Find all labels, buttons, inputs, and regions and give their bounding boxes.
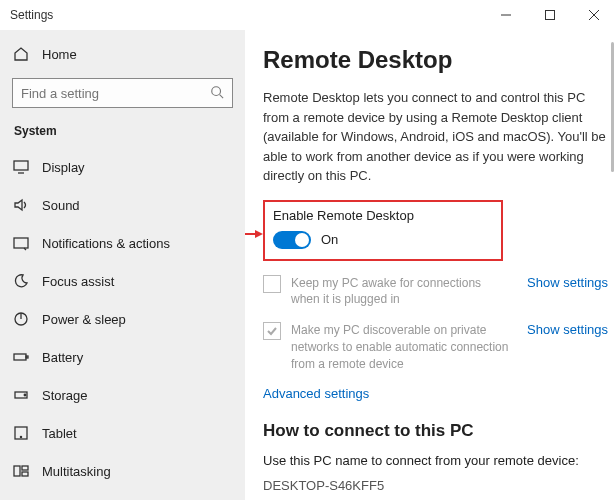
nav-item-storage[interactable]: Storage (0, 376, 245, 414)
svg-line-5 (220, 94, 224, 98)
nav-item-display[interactable]: Display (0, 148, 245, 186)
sidebar: Home System Display Sound (0, 30, 245, 500)
tablet-icon (12, 425, 30, 441)
svg-rect-17 (14, 466, 20, 476)
nav-item-battery[interactable]: Battery (0, 338, 245, 376)
search-input[interactable] (12, 78, 233, 108)
monitor-icon (12, 159, 30, 175)
nav-label: Multitasking (42, 464, 111, 479)
nav-label: Power & sleep (42, 312, 126, 327)
maximize-button[interactable] (528, 0, 572, 30)
nav-item-notifications[interactable]: Notifications & actions (0, 224, 245, 262)
scrollbar[interactable] (611, 42, 614, 172)
pc-name: DESKTOP-S46KFF5 (263, 478, 608, 493)
minimize-button[interactable] (484, 0, 528, 30)
svg-rect-18 (22, 466, 28, 470)
svg-point-4 (212, 86, 221, 95)
keep-awake-label: Keep my PC awake for connections when it… (291, 275, 517, 309)
titlebar: Settings (0, 0, 616, 30)
page-title: Remote Desktop (263, 46, 608, 74)
nav-list: Display Sound Notifications & actions Fo… (0, 148, 245, 500)
nav-item-focus-assist[interactable]: Focus assist (0, 262, 245, 300)
page-description: Remote Desktop lets you connect to and c… (263, 88, 608, 186)
connect-description: Use this PC name to connect from your re… (263, 453, 608, 468)
search-icon (210, 85, 224, 102)
toggle-state: On (321, 232, 338, 247)
toggle-label: Enable Remote Desktop (273, 208, 493, 223)
nav-label: Display (42, 160, 85, 175)
content-panel: Remote Desktop Remote Desktop lets you c… (245, 30, 616, 500)
highlight-annotation: Enable Remote Desktop On (263, 200, 503, 261)
show-settings-link-1[interactable]: Show settings (527, 275, 608, 290)
nav-item-multitasking[interactable]: Multitasking (0, 452, 245, 490)
svg-point-14 (24, 394, 26, 396)
nav-item-sound[interactable]: Sound (0, 186, 245, 224)
svg-rect-1 (546, 11, 555, 20)
svg-rect-12 (26, 356, 28, 358)
nav-label: Storage (42, 388, 88, 403)
discoverable-checkbox[interactable] (263, 322, 281, 340)
home-button[interactable]: Home (0, 36, 245, 72)
svg-marker-22 (255, 230, 263, 238)
sound-icon (12, 197, 30, 213)
nav-label: Battery (42, 350, 83, 365)
svg-rect-8 (14, 238, 28, 248)
svg-rect-6 (14, 161, 28, 170)
nav-label: Tablet (42, 426, 77, 441)
svg-rect-11 (14, 354, 26, 360)
storage-icon (12, 387, 30, 403)
power-icon (12, 311, 30, 327)
home-icon (12, 46, 30, 62)
notification-icon (12, 235, 30, 251)
section-label: System (0, 118, 245, 148)
show-settings-link-2[interactable]: Show settings (527, 322, 608, 337)
connect-heading: How to connect to this PC (263, 421, 608, 441)
multitask-icon (12, 463, 30, 479)
discoverable-label: Make my PC discoverable on private netwo… (291, 322, 517, 372)
window-title: Settings (0, 8, 484, 22)
moon-icon (12, 273, 30, 289)
nav-item-projecting[interactable]: Projecting to this PC (0, 490, 245, 500)
nav-item-power-sleep[interactable]: Power & sleep (0, 300, 245, 338)
battery-icon (12, 349, 30, 365)
advanced-settings-link[interactable]: Advanced settings (263, 386, 369, 401)
nav-label: Focus assist (42, 274, 114, 289)
keep-awake-checkbox[interactable] (263, 275, 281, 293)
home-label: Home (42, 47, 77, 62)
svg-rect-19 (22, 472, 28, 476)
nav-label: Sound (42, 198, 80, 213)
nav-item-tablet[interactable]: Tablet (0, 414, 245, 452)
svg-point-16 (20, 436, 21, 437)
nav-label: Notifications & actions (42, 236, 170, 251)
search-field[interactable] (21, 86, 210, 101)
remote-desktop-toggle[interactable] (273, 231, 311, 249)
arrow-annotation (245, 226, 263, 245)
close-button[interactable] (572, 0, 616, 30)
